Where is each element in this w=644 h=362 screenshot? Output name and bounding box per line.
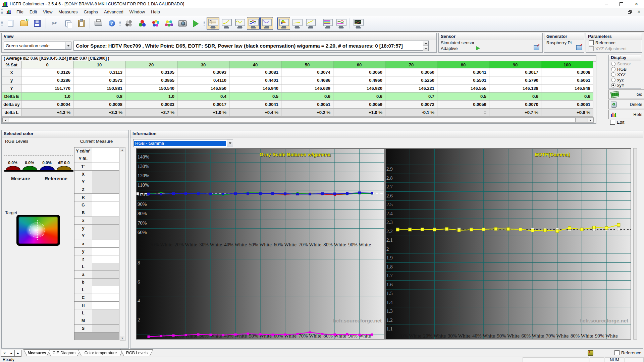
table-cell[interactable]: 151.770 bbox=[21, 84, 73, 93]
table-cell[interactable]: 146.555 bbox=[437, 84, 489, 93]
tab-next-button[interactable] bbox=[14, 350, 21, 357]
view-color-temp-button[interactable] bbox=[260, 17, 273, 30]
menu-measures[interactable]: Measures bbox=[55, 8, 80, 15]
table-cell[interactable]: -0.1 % bbox=[385, 109, 437, 117]
tab-color-temperature[interactable]: Color temperature bbox=[78, 349, 123, 356]
table-cell[interactable]: 0.3017 bbox=[489, 68, 541, 76]
table-cell[interactable]: 0.7 bbox=[385, 93, 437, 101]
open-file-button[interactable] bbox=[17, 17, 30, 30]
view-gamma-button[interactable] bbox=[220, 17, 233, 30]
new-document-button[interactable] bbox=[4, 17, 17, 30]
document-icon[interactable] bbox=[7, 10, 11, 14]
table-cell[interactable]: 146.848 bbox=[541, 84, 593, 93]
table-cell[interactable]: 150.540 bbox=[125, 84, 177, 93]
column-header-50[interactable]: 50 bbox=[281, 61, 333, 68]
table-cell[interactable]: 0.6061 bbox=[541, 76, 593, 84]
column-header-60[interactable]: 60 bbox=[333, 61, 385, 68]
view-data-grid-button[interactable] bbox=[207, 17, 219, 30]
table-cell[interactable]: +1.0 % bbox=[177, 109, 229, 117]
table-cell[interactable]: 0.3074 bbox=[281, 68, 333, 76]
table-cell[interactable]: 0.5501 bbox=[437, 76, 489, 84]
table-cell[interactable]: 0.3060 bbox=[385, 68, 437, 76]
menu-advanced[interactable]: Advanced bbox=[101, 8, 126, 15]
toolbar-grip-2[interactable] bbox=[119, 21, 121, 26]
checkbox-icon[interactable] bbox=[610, 120, 615, 125]
spinner-down-button[interactable] bbox=[423, 46, 429, 51]
view-tracking-button[interactable] bbox=[335, 17, 347, 30]
column-header-20[interactable]: 20 bbox=[125, 61, 177, 68]
table-cell[interactable]: +4.3 % bbox=[21, 109, 73, 117]
scroll-down-button[interactable] bbox=[120, 336, 124, 341]
column-header-100[interactable]: 100 bbox=[541, 61, 593, 68]
table-cell[interactable]: 0.3008 bbox=[541, 68, 593, 76]
table-cell[interactable]: 0.3060 bbox=[333, 68, 385, 76]
table-cell[interactable]: +0.8 % bbox=[541, 109, 593, 117]
view-luminance-button[interactable] bbox=[233, 17, 246, 30]
table-cell[interactable]: +2.7 % bbox=[125, 109, 177, 117]
generator-config-icon[interactable] bbox=[576, 45, 582, 50]
table-cell[interactable]: 0.8 bbox=[73, 93, 125, 101]
copy-button[interactable] bbox=[61, 17, 74, 30]
table-cell[interactable]: 0.5250 bbox=[385, 76, 437, 84]
go-button[interactable]: Go bbox=[608, 89, 644, 99]
table-cell[interactable]: = bbox=[437, 109, 489, 117]
spinner-up-button[interactable] bbox=[423, 41, 429, 46]
primaries-measure-button[interactable] bbox=[136, 17, 149, 30]
table-cell[interactable]: 0.3126 bbox=[21, 68, 73, 76]
chevron-down-icon[interactable] bbox=[227, 139, 233, 147]
scrollbar-thumb[interactable] bbox=[8, 118, 576, 122]
run-measures-button[interactable] bbox=[190, 17, 202, 30]
tab-close-button[interactable] bbox=[1, 350, 8, 357]
tab-cie-diagram[interactable]: CIE Diagram bbox=[47, 349, 81, 356]
radio-icon[interactable] bbox=[611, 72, 615, 77]
menu-file[interactable]: File bbox=[13, 8, 26, 15]
table-cell[interactable]: 0.3105 bbox=[125, 68, 177, 76]
table-cell[interactable]: 0.3113 bbox=[73, 68, 125, 76]
display-option-xyz[interactable]: xyz bbox=[611, 77, 641, 82]
saturation-measure-button[interactable] bbox=[149, 17, 162, 30]
help-button[interactable] bbox=[105, 17, 118, 30]
table-cell[interactable]: 0.0017 bbox=[177, 101, 229, 109]
view-rgb-levels-button[interactable] bbox=[247, 17, 260, 30]
table-cell[interactable]: 0.0072 bbox=[385, 101, 437, 109]
mdi-close-button[interactable] bbox=[636, 9, 642, 14]
table-cell[interactable]: 0.4401 bbox=[229, 76, 281, 84]
table-cell[interactable]: 0.5 bbox=[229, 93, 281, 101]
menu-graphs[interactable]: Graphs bbox=[80, 8, 101, 15]
column-header-0[interactable]: 0 bbox=[21, 61, 73, 68]
menu-edit[interactable]: Edit bbox=[26, 8, 40, 15]
full-measure-button[interactable] bbox=[163, 17, 175, 30]
print-button[interactable] bbox=[92, 17, 105, 30]
table-cell[interactable]: 0.3865 bbox=[125, 76, 177, 84]
table-cell[interactable]: 0.0051 bbox=[281, 101, 333, 109]
free-measure-button[interactable] bbox=[122, 17, 135, 30]
scroll-left-button[interactable] bbox=[2, 118, 8, 122]
table-cell[interactable]: +1.0 % bbox=[333, 109, 385, 117]
column-header-10[interactable]: 10 bbox=[73, 61, 125, 68]
table-cell[interactable]: 1.0 bbox=[125, 93, 177, 101]
display-option-xyY[interactable]: xyY bbox=[611, 82, 641, 88]
table-cell[interactable]: 0.6 bbox=[281, 93, 333, 101]
view-luma-curve-button[interactable] bbox=[304, 17, 317, 30]
radio-icon[interactable] bbox=[611, 78, 615, 82]
table-cell[interactable]: 0.0059 bbox=[333, 101, 385, 109]
table-cell[interactable]: 0.3081 bbox=[229, 68, 281, 76]
table-cell[interactable]: 146.138 bbox=[489, 84, 541, 93]
scroll-up-button[interactable] bbox=[120, 147, 124, 152]
radio-icon[interactable] bbox=[611, 62, 615, 66]
bottom-reference-checkbox[interactable]: Reference bbox=[614, 350, 641, 355]
tab-prev-button[interactable] bbox=[8, 350, 15, 357]
table-cell[interactable]: 0.6 bbox=[541, 93, 593, 101]
table-cell[interactable]: 146.920 bbox=[333, 84, 385, 93]
table-cell[interactable]: 146.221 bbox=[385, 84, 437, 93]
menu-view[interactable]: View bbox=[40, 8, 55, 15]
language-indicator-icon[interactable] bbox=[588, 350, 593, 356]
table-cell[interactable]: 0.6 bbox=[489, 93, 541, 101]
table-cell[interactable]: 0.6 bbox=[333, 93, 385, 101]
display-option-XYZ[interactable]: XYZ bbox=[611, 72, 641, 77]
table-cell[interactable]: +0.4 % bbox=[229, 109, 281, 117]
table-cell[interactable]: 0.4960 bbox=[333, 76, 385, 84]
table-cell[interactable]: 0.4 bbox=[177, 93, 229, 101]
tab-rgb-levels[interactable]: RGB Levels bbox=[120, 349, 153, 356]
mdi-minimize-button[interactable] bbox=[617, 9, 623, 14]
